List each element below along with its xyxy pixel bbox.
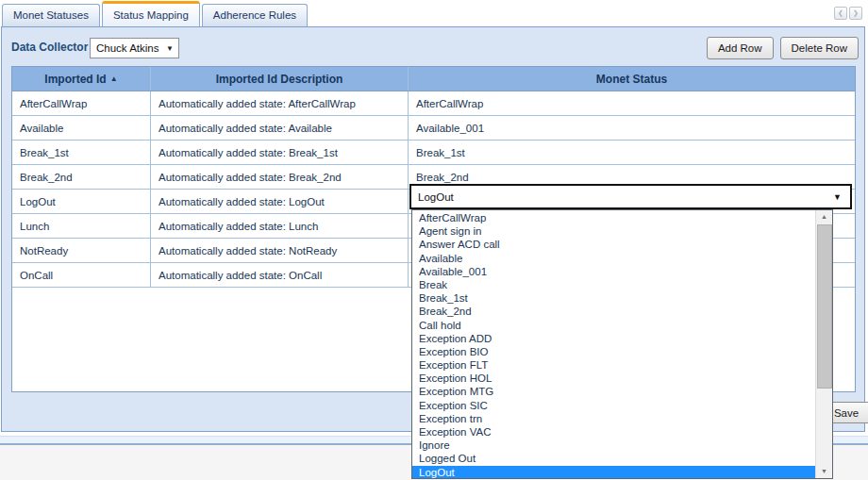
dropdown-option[interactable]: Exception trn — [412, 412, 816, 425]
cell-monet-status[interactable]: Available_001 — [409, 116, 855, 140]
column-header-monet-status[interactable]: Monet Status — [409, 67, 855, 91]
column-header-imported-id[interactable]: Imported Id ▲ — [12, 67, 151, 91]
tab-scroll-left-button[interactable]: ❮ — [834, 7, 847, 20]
tab-strip: Monet StatusesStatus MappingAdherence Ru… — [0, 0, 868, 26]
dropdown-option[interactable]: Logged Out — [412, 452, 816, 465]
cell-monet-status[interactable]: AfterCallWrap — [409, 91, 855, 115]
tab-list: Monet StatusesStatus MappingAdherence Ru… — [2, 0, 309, 26]
monet-status-select-value: LogOut — [418, 191, 454, 203]
cell-imported-id: OnCall — [12, 263, 151, 287]
cell-imported-id: AfterCallWrap — [12, 91, 151, 115]
dropdown-option[interactable]: Agent sign in — [412, 224, 816, 238]
cell-imported-id-description: Automatically added state: OnCall — [151, 263, 409, 287]
cell-imported-id: Lunch — [12, 214, 151, 238]
table-row[interactable]: AvailableAutomatically added state: Avai… — [12, 116, 855, 141]
tab-scroll-left-icon: ❮ — [838, 9, 843, 16]
dropdown-option[interactable]: AfterCallWrap — [412, 211, 816, 224]
cell-imported-id-description: Automatically added state: Break_1st — [151, 141, 409, 164]
cell-imported-id-description: Automatically added state: Lunch — [151, 214, 409, 238]
dropdown-option[interactable]: Break_2nd — [412, 305, 816, 318]
scroll-down-icon[interactable]: ▼ — [816, 465, 832, 478]
tab-status-mapping[interactable]: Status Mapping — [102, 1, 200, 26]
cell-imported-id-description: Automatically added state: Break_2nd — [151, 165, 409, 189]
data-collector-label: Data Collector — [11, 41, 88, 54]
cell-imported-id: NotReady — [12, 239, 151, 262]
dropdown-option[interactable]: Exception ADD — [412, 332, 816, 345]
table-row[interactable]: Break_1stAutomatically added state: Brea… — [12, 141, 855, 165]
delete-row-button[interactable]: Delete Row — [780, 37, 859, 59]
dropdown-list-options: AfterCallWrapAgent sign inAnswer ACD cal… — [412, 211, 816, 478]
dropdown-option[interactable]: Exception MTG — [412, 385, 816, 398]
sort-ascending-icon: ▲ — [110, 74, 118, 83]
tab-scrollers: ❮ ❯ — [834, 7, 862, 20]
dropdown-option[interactable]: Break_1st — [412, 291, 816, 305]
dropdown-option[interactable]: Available_001 — [412, 265, 816, 278]
dropdown-option[interactable]: Exception VAC — [412, 425, 816, 439]
chevron-down-icon: ▼ — [833, 192, 842, 202]
scroll-up-icon[interactable]: ▲ — [816, 210, 832, 223]
cell-imported-id-description: Automatically added state: AfterCallWrap — [151, 91, 409, 115]
dropdown-option[interactable]: Call hold — [412, 319, 816, 332]
cell-imported-id-description: Automatically added state: NotReady — [151, 239, 409, 262]
monet-status-select[interactable]: LogOut ▼ — [409, 184, 852, 209]
dropdown-option[interactable]: LogOut — [412, 466, 816, 478]
cell-imported-id: LogOut — [12, 190, 151, 213]
column-header-label: Imported Id — [44, 73, 106, 86]
monet-status-dropdown-list: AfterCallWrapAgent sign inAnswer ACD cal… — [411, 209, 833, 479]
dropdown-scrollbar[interactable]: ▲ ▼ — [815, 210, 832, 478]
table-row[interactable]: AfterCallWrapAutomatically added state: … — [12, 91, 855, 116]
scrollbar-thumb[interactable] — [817, 224, 832, 389]
chevron-down-icon: ▼ — [166, 44, 174, 53]
cell-imported-id: Break_1st — [12, 141, 151, 164]
cell-imported-id: Available — [12, 116, 151, 140]
column-header-label: Monet Status — [596, 73, 667, 86]
data-collector-select[interactable]: Chuck Atkins ▼ — [90, 38, 179, 58]
column-header-label: Imported Id Description — [216, 73, 343, 86]
row-buttons: Add Row Delete Row — [707, 37, 859, 59]
cell-monet-status[interactable]: Break_1st — [409, 141, 855, 164]
table-header: Imported Id ▲ Imported Id Description Mo… — [12, 67, 855, 91]
add-row-button[interactable]: Add Row — [707, 37, 774, 59]
cell-imported-id-description: Automatically added state: LogOut — [151, 190, 409, 213]
tab-scroll-right-icon: ❯ — [853, 9, 859, 16]
dropdown-option[interactable]: Ignore — [412, 439, 816, 452]
data-collector-value: Chuck Atkins — [96, 42, 159, 54]
tab-monet-statuses[interactable]: Monet Statuses — [2, 4, 100, 26]
dropdown-option[interactable]: Exception FLT — [412, 358, 816, 372]
column-header-imported-id-description[interactable]: Imported Id Description — [151, 67, 409, 91]
cell-imported-id-description: Automatically added state: Available — [151, 116, 409, 140]
dropdown-option[interactable]: Available — [412, 252, 816, 265]
tab-adherence-rules[interactable]: Adherence Rules — [202, 4, 308, 26]
dropdown-option[interactable]: Exception BIO — [412, 345, 816, 358]
dropdown-option[interactable]: Exception HOL — [412, 372, 816, 385]
cell-imported-id: Break_2nd — [12, 165, 151, 189]
dropdown-option[interactable]: Break — [412, 278, 816, 291]
tab-scroll-right-button[interactable]: ❯ — [849, 7, 862, 20]
dropdown-option[interactable]: Answer ACD call — [412, 238, 816, 251]
dropdown-option[interactable]: Exception SIC — [412, 399, 816, 412]
